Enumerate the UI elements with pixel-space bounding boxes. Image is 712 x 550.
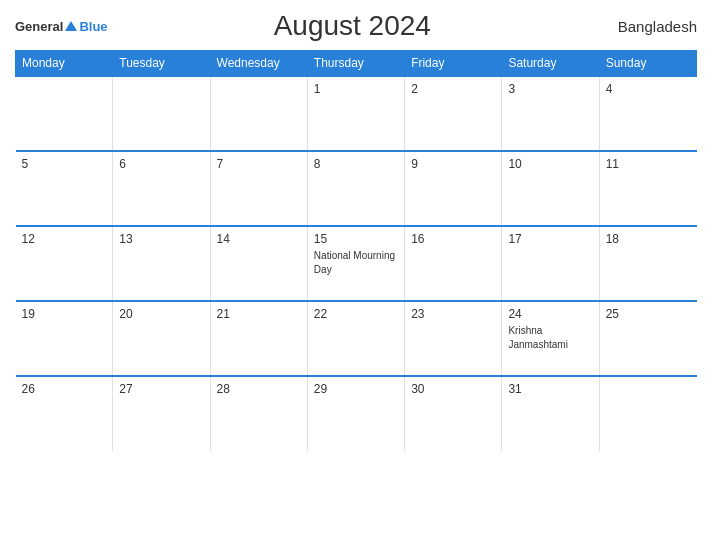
day-number: 6 — [119, 157, 203, 171]
day-cell: 20 — [113, 301, 210, 376]
event-text: Krishna Janmashtami — [508, 325, 567, 350]
day-cell: 21 — [210, 301, 307, 376]
day-cell — [210, 76, 307, 151]
day-cell: 31 — [502, 376, 599, 451]
day-cell: 26 — [16, 376, 113, 451]
day-number: 1 — [314, 82, 398, 96]
logo-general-text: General — [15, 19, 63, 34]
day-number: 13 — [119, 232, 203, 246]
logo-triangle-icon — [65, 21, 77, 31]
day-number: 12 — [22, 232, 107, 246]
day-cell: 16 — [405, 226, 502, 301]
day-number: 23 — [411, 307, 495, 321]
day-cell: 4 — [599, 76, 696, 151]
weekday-header-thursday: Thursday — [307, 51, 404, 77]
day-number: 19 — [22, 307, 107, 321]
day-number: 25 — [606, 307, 691, 321]
day-cell: 11 — [599, 151, 696, 226]
day-number: 28 — [217, 382, 301, 396]
logo: General Blue — [15, 19, 108, 34]
day-cell: 14 — [210, 226, 307, 301]
day-number: 18 — [606, 232, 691, 246]
day-cell: 3 — [502, 76, 599, 151]
day-cell — [599, 376, 696, 451]
day-cell: 13 — [113, 226, 210, 301]
weekday-header-monday: Monday — [16, 51, 113, 77]
day-number: 4 — [606, 82, 691, 96]
day-cell: 10 — [502, 151, 599, 226]
day-cell: 2 — [405, 76, 502, 151]
day-cell: 5 — [16, 151, 113, 226]
day-number: 11 — [606, 157, 691, 171]
week-row-0: 1234 — [16, 76, 697, 151]
month-title: August 2024 — [108, 10, 597, 42]
day-number: 15 — [314, 232, 398, 246]
week-row-1: 567891011 — [16, 151, 697, 226]
day-number: 21 — [217, 307, 301, 321]
day-cell: 6 — [113, 151, 210, 226]
weekday-header-tuesday: Tuesday — [113, 51, 210, 77]
day-number: 26 — [22, 382, 107, 396]
weekday-header-friday: Friday — [405, 51, 502, 77]
weekday-header-saturday: Saturday — [502, 51, 599, 77]
week-row-2: 12131415National Mourning Day161718 — [16, 226, 697, 301]
day-number: 10 — [508, 157, 592, 171]
day-number: 8 — [314, 157, 398, 171]
day-number: 5 — [22, 157, 107, 171]
day-cell: 15National Mourning Day — [307, 226, 404, 301]
weekday-header-row: MondayTuesdayWednesdayThursdayFridaySatu… — [16, 51, 697, 77]
calendar-container: General Blue August 2024 Bangladesh Mond… — [0, 0, 712, 550]
day-number: 20 — [119, 307, 203, 321]
day-number: 27 — [119, 382, 203, 396]
day-cell: 9 — [405, 151, 502, 226]
day-cell: 8 — [307, 151, 404, 226]
day-cell: 12 — [16, 226, 113, 301]
event-text: National Mourning Day — [314, 250, 395, 275]
day-cell: 25 — [599, 301, 696, 376]
day-cell: 30 — [405, 376, 502, 451]
weekday-header-sunday: Sunday — [599, 51, 696, 77]
logo-blue-text: Blue — [79, 19, 107, 34]
country-label: Bangladesh — [597, 18, 697, 35]
day-number: 2 — [411, 82, 495, 96]
day-number: 16 — [411, 232, 495, 246]
day-number: 31 — [508, 382, 592, 396]
day-cell: 23 — [405, 301, 502, 376]
day-number: 29 — [314, 382, 398, 396]
day-cell: 22 — [307, 301, 404, 376]
day-cell: 19 — [16, 301, 113, 376]
day-cell: 17 — [502, 226, 599, 301]
day-number: 14 — [217, 232, 301, 246]
week-row-3: 192021222324Krishna Janmashtami25 — [16, 301, 697, 376]
day-cell — [16, 76, 113, 151]
day-number: 22 — [314, 307, 398, 321]
day-cell: 28 — [210, 376, 307, 451]
weekday-header-wednesday: Wednesday — [210, 51, 307, 77]
day-cell: 27 — [113, 376, 210, 451]
day-number: 3 — [508, 82, 592, 96]
day-cell: 1 — [307, 76, 404, 151]
day-number: 30 — [411, 382, 495, 396]
day-number: 9 — [411, 157, 495, 171]
week-row-4: 262728293031 — [16, 376, 697, 451]
calendar-table: MondayTuesdayWednesdayThursdayFridaySatu… — [15, 50, 697, 451]
day-cell: 7 — [210, 151, 307, 226]
day-number: 7 — [217, 157, 301, 171]
day-number: 24 — [508, 307, 592, 321]
calendar-header: General Blue August 2024 Bangladesh — [15, 10, 697, 42]
day-number: 17 — [508, 232, 592, 246]
day-cell — [113, 76, 210, 151]
day-cell: 24Krishna Janmashtami — [502, 301, 599, 376]
day-cell: 18 — [599, 226, 696, 301]
day-cell: 29 — [307, 376, 404, 451]
